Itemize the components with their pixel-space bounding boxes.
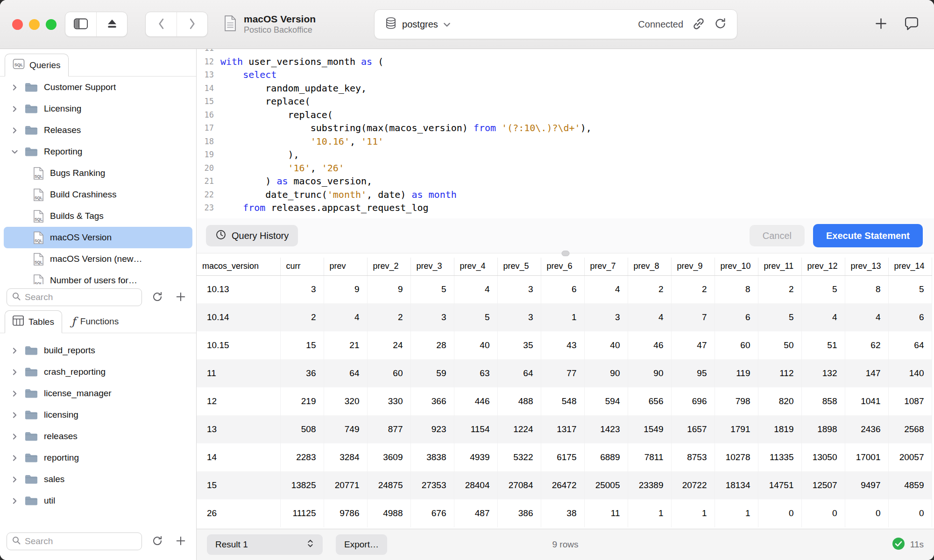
sidebar-schema-folder[interactable]: util	[4, 490, 192, 511]
results-cell[interactable]: 3	[584, 303, 628, 331]
code-line[interactable]: 13 select	[197, 68, 934, 82]
results-cell[interactable]: 2	[280, 303, 324, 331]
sidebar-schema-folder[interactable]: crash_reporting	[4, 361, 192, 383]
results-cell[interactable]: 77	[541, 359, 584, 387]
results-cell[interactable]: 112	[758, 359, 801, 387]
results-cell[interactable]: 3	[497, 303, 541, 331]
results-cell[interactable]: 820	[758, 387, 801, 415]
results-cell[interactable]: 27084	[497, 471, 541, 499]
results-cell[interactable]: 11335	[758, 443, 801, 471]
results-cell[interactable]: 1224	[497, 415, 541, 443]
results-cell[interactable]: 14751	[758, 471, 801, 499]
results-cell[interactable]: 12507	[801, 471, 845, 499]
results-cell[interactable]: 5	[801, 275, 845, 303]
tab-tables[interactable]: Tables	[5, 310, 62, 333]
sidebar-query-folder[interactable]: Licensing	[4, 98, 192, 119]
code-line[interactable]: 12with user_versions_month as (	[197, 55, 934, 69]
results-cell[interactable]: 594	[584, 387, 628, 415]
results-cell[interactable]: 2	[367, 303, 410, 331]
chevron-right-icon[interactable]	[11, 412, 24, 419]
results-cell[interactable]: 656	[628, 387, 671, 415]
query-search-input[interactable]	[25, 292, 137, 302]
chevron-right-icon[interactable]	[11, 127, 24, 134]
results-cell[interactable]: 28404	[454, 471, 497, 499]
results-cell[interactable]: 90	[584, 359, 628, 387]
results-cell[interactable]: 1549	[628, 415, 671, 443]
connection-link-button[interactable]	[692, 17, 706, 32]
results-row[interactable]: 26111259786498867648738638111110000	[197, 499, 932, 527]
results-column-header[interactable]: prev_10	[715, 258, 758, 275]
results-cell[interactable]: 8	[845, 275, 888, 303]
results-cell[interactable]: 4	[801, 303, 845, 331]
chevron-right-icon[interactable]	[11, 476, 24, 483]
chevron-down-icon[interactable]	[11, 148, 24, 155]
results-column-header[interactable]: prev_4	[454, 258, 497, 275]
sidebar-query-item[interactable]: SQLBuilds & Tags	[4, 205, 192, 227]
results-cell[interactable]: 798	[715, 387, 758, 415]
results-cell[interactable]: 23389	[628, 471, 671, 499]
results-cell[interactable]: 10.14	[197, 303, 280, 331]
results-cell[interactable]: 5	[410, 275, 454, 303]
sidebar-schema-folder[interactable]: releases	[4, 426, 192, 447]
results-cell[interactable]: 4	[628, 303, 671, 331]
new-item-button[interactable]	[875, 17, 887, 31]
results-column-header[interactable]: prev	[324, 258, 367, 275]
editor-results-splitter[interactable]	[197, 253, 934, 258]
results-cell[interactable]: 51	[801, 331, 845, 359]
tab-queries[interactable]: SQL Queries	[5, 54, 69, 77]
results-cell[interactable]: 40	[454, 331, 497, 359]
results-cell[interactable]: 10278	[715, 443, 758, 471]
results-cell[interactable]: 60	[367, 359, 410, 387]
refresh-queries-button[interactable]	[149, 289, 165, 305]
results-cell[interactable]: 5322	[497, 443, 541, 471]
results-cell[interactable]: 90	[628, 359, 671, 387]
results-cell[interactable]: 0	[758, 499, 801, 527]
results-cell[interactable]: 1791	[715, 415, 758, 443]
code-line[interactable]: 19 ),	[197, 148, 934, 161]
query-history-button[interactable]: Query History	[206, 225, 298, 246]
results-cell[interactable]: 95	[671, 359, 715, 387]
results-column-header[interactable]: prev_9	[671, 258, 715, 275]
results-cell[interactable]: 1	[671, 499, 715, 527]
results-cell[interactable]: 5	[454, 303, 497, 331]
results-cell[interactable]: 2	[628, 275, 671, 303]
results-cell[interactable]: 40	[584, 331, 628, 359]
results-cell[interactable]: 696	[671, 387, 715, 415]
results-cell[interactable]: 2	[671, 275, 715, 303]
results-cell[interactable]: 12	[197, 387, 280, 415]
results-column-header[interactable]: prev_5	[497, 258, 541, 275]
results-cell[interactable]: 26472	[541, 471, 584, 499]
results-cell[interactable]: 15	[197, 471, 280, 499]
results-cell[interactable]: 0	[801, 499, 845, 527]
results-column-header[interactable]: prev_12	[801, 258, 845, 275]
results-cell[interactable]: 330	[367, 387, 410, 415]
results-row[interactable]: 1513825207712487527353284042708426472250…	[197, 471, 932, 499]
sidebar-query-item[interactable]: SQLmacOS Version	[4, 227, 192, 248]
sidebar-schema-folder[interactable]: build_reports	[4, 340, 192, 361]
results-cell[interactable]: 62	[845, 331, 888, 359]
code-line[interactable]: 15 replace(	[197, 95, 934, 108]
results-cell[interactable]: 1	[628, 499, 671, 527]
results-cell[interactable]: 8753	[671, 443, 715, 471]
results-cell[interactable]: 877	[367, 415, 410, 443]
results-row[interactable]: 1422833284360938384939532261756889781187…	[197, 443, 932, 471]
results-cell[interactable]: 7811	[628, 443, 671, 471]
chevron-right-icon[interactable]	[11, 347, 24, 354]
results-cell[interactable]: 9497	[845, 471, 888, 499]
results-cell[interactable]: 147	[845, 359, 888, 387]
results-cell[interactable]: 4	[845, 303, 888, 331]
results-cell[interactable]: 2283	[280, 443, 324, 471]
results-cell[interactable]: 13825	[280, 471, 324, 499]
results-cell[interactable]: 21	[324, 331, 367, 359]
splitter-handle-icon[interactable]	[561, 251, 569, 256]
results-cell[interactable]: 1154	[454, 415, 497, 443]
forward-button[interactable]	[177, 12, 207, 36]
results-cell[interactable]: 132	[801, 359, 845, 387]
results-cell[interactable]: 3	[497, 275, 541, 303]
results-cell[interactable]: 320	[324, 387, 367, 415]
results-row[interactable]: 1136646059636477909095119112132147140	[197, 359, 932, 387]
add-table-button[interactable]	[173, 533, 189, 549]
results-cell[interactable]: 50	[758, 331, 801, 359]
results-cell[interactable]: 219	[280, 387, 324, 415]
result-selector[interactable]: Result 1	[207, 534, 323, 555]
